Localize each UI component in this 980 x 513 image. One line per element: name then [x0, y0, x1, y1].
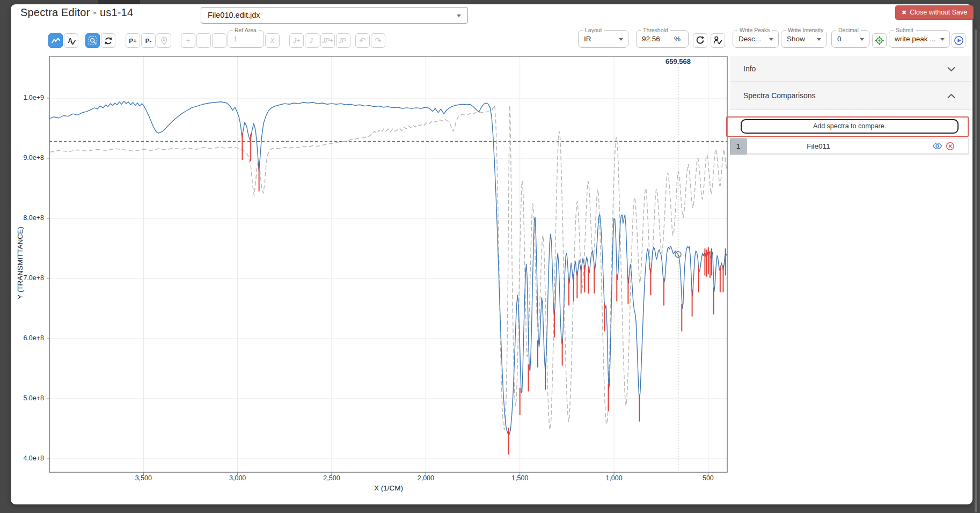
y-tick-label: 8.0e+8 [13, 214, 44, 222]
page-title: Spectra Editor - us1-14 [20, 6, 133, 19]
target-position-button[interactable] [872, 33, 887, 48]
spectra-editor-window: Spectra Editor - us1-14 File010.edit.jdx… [0, 0, 980, 513]
toolbar-peaks-group: P+ P- [126, 33, 171, 48]
pin-marker-button[interactable] [157, 33, 171, 48]
ref-area-input[interactable]: 1 [233, 31, 238, 47]
threshold-unit: % [674, 31, 681, 47]
x-tick-label: 2,500 [315, 474, 349, 482]
x-tick-label: 1,000 [597, 474, 631, 482]
auto-peak-picking-button[interactable] [711, 33, 725, 48]
chevron-down-icon [947, 67, 955, 72]
toolbar-x-group: X [265, 33, 280, 48]
y-tick-label: 6.0e+8 [13, 334, 44, 342]
y-tick-label: 5.0e+8 [13, 394, 44, 402]
jp-minus-button[interactable]: JP- [336, 33, 350, 48]
y-tick-label: 7.0e+8 [13, 274, 44, 282]
spectra-plot[interactable]: 659.568 [45, 56, 732, 480]
remove-comparison-button[interactable] [946, 142, 955, 153]
line-chart-icon [51, 36, 61, 46]
toolbar-zoom-group [85, 33, 115, 48]
integral-add-button[interactable]: + [181, 33, 195, 48]
chevron-down-icon [860, 38, 864, 41]
x-tick-label: 500 [691, 474, 725, 482]
ref-area-field[interactable]: Ref Area 1 [228, 30, 264, 48]
undo-button[interactable]: ↶ [355, 33, 370, 48]
y-tick-label: 9.0e+8 [13, 154, 44, 162]
a-check-icon: A [67, 36, 76, 46]
integral-remove-button[interactable]: - [196, 33, 211, 48]
close-button-label: Close without Save [910, 6, 967, 19]
reset-zoom-button[interactable] [101, 33, 115, 48]
write-intensity-value: Show [787, 31, 805, 47]
auto-assign-button[interactable]: A [64, 33, 78, 48]
threshold-field[interactable]: Threshold 92.56 % [636, 30, 689, 48]
page-scrollbar[interactable] [975, 30, 977, 512]
decimal-select[interactable]: Decimal 0 [831, 30, 869, 48]
x-axis-title: X (1/CM) [335, 484, 442, 492]
toolbar-display-group: A [48, 33, 78, 48]
submit-value: write peak ... [895, 31, 936, 47]
chevron-down-icon [817, 38, 821, 41]
play-icon [954, 35, 964, 46]
close-without-save-button[interactable]: ✖ Close without Save [895, 5, 974, 20]
chevron-down-icon [769, 38, 773, 41]
toolbar-integral-group: + - [181, 33, 226, 48]
zoom-select-button[interactable] [85, 33, 100, 48]
x-circle-icon [946, 142, 955, 151]
write-peaks-value: Desc... [738, 31, 761, 47]
toolbar-j-group: J+ J- JP+ JP- [289, 33, 350, 48]
refresh-threshold-button[interactable] [693, 33, 707, 48]
peak-add-button[interactable]: P+ [126, 33, 140, 48]
y-tick-label: 1.0e+9 [13, 94, 44, 101]
chevron-up-icon [947, 93, 955, 99]
info-accordion-header[interactable]: Info [730, 56, 971, 82]
undo-icon: ↶ [359, 36, 366, 45]
zoom-select-icon [88, 36, 98, 46]
toggle-visibility-button[interactable] [932, 142, 942, 152]
redo-button[interactable]: ↷ [371, 33, 385, 48]
run-submit-button[interactable] [952, 33, 966, 48]
svg-text:659.568: 659.568 [665, 57, 691, 65]
redo-icon: ↷ [375, 36, 382, 45]
write-peaks-select[interactable]: Write Peaks Desc... [733, 30, 779, 48]
j-plus-button[interactable]: J+ [289, 33, 304, 48]
write-intensity-select[interactable]: Write Intensity Show [781, 30, 827, 48]
map-pin-icon [159, 36, 169, 46]
layout-value: IR [584, 31, 591, 47]
add-spectra-button[interactable]: Add spectra to compare. [741, 119, 959, 134]
target-icon [874, 35, 884, 46]
comparison-row-name: File011 [747, 138, 890, 155]
submit-select[interactable]: Submit write peak ... [889, 30, 950, 48]
chevron-down-icon [940, 38, 945, 41]
close-icon: ✖ [902, 10, 906, 16]
spectra-comparisons-accordion-header[interactable]: Spectra Comparisons [730, 82, 971, 110]
threshold-input[interactable]: 92.56 [642, 31, 660, 47]
eye-icon [932, 142, 942, 150]
integral-blank-button[interactable] [212, 33, 226, 48]
j-minus-button[interactable]: J- [305, 33, 319, 48]
spectra-comparisons-label: Spectra Comparisons [743, 82, 816, 110]
y-tick-label: 4.0e+8 [13, 455, 44, 462]
chevron-down-icon [457, 14, 461, 17]
x-tick-label: 3,000 [221, 474, 255, 482]
y-axis-title: Y (TRANSMITTANCE) [16, 226, 24, 299]
info-accordion-label: Info [743, 56, 756, 82]
x-tick-label: 1,500 [503, 474, 537, 482]
chevron-down-icon [619, 38, 623, 41]
layout-select[interactable]: Layout IR [578, 30, 628, 48]
x-tick-label: 3,500 [126, 474, 160, 482]
jp-plus-button[interactable]: JP+ [320, 33, 335, 48]
backdrop-tab [98, 0, 140, 4]
reset-zoom-icon [104, 36, 113, 46]
decimal-value: 0 [837, 31, 842, 47]
peak-remove-button[interactable]: P- [141, 33, 156, 48]
toolbar-history-group: ↶ ↷ [355, 33, 385, 48]
x-button[interactable]: X [265, 33, 280, 48]
file-select[interactable]: File010.edit.jdx [201, 7, 468, 24]
person-check-icon [713, 35, 723, 46]
x-tick-label: 2,000 [408, 474, 443, 482]
refresh-icon [695, 35, 705, 46]
comparison-row-index: 1 [730, 138, 747, 155]
spectrum-line-mode-button[interactable] [48, 33, 63, 48]
file-select-value: File010.edit.jdx [208, 8, 260, 23]
